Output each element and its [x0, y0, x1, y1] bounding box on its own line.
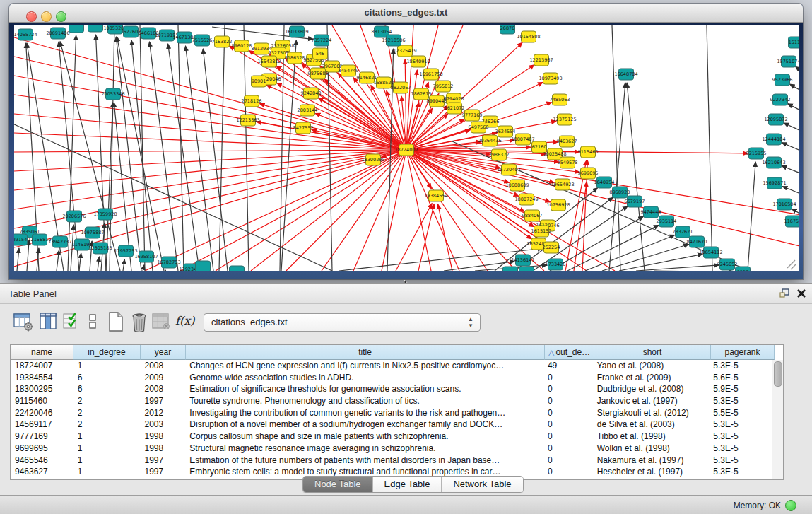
tab-node-table[interactable]: Node Table [303, 477, 372, 492]
network-node[interactable]: 16033809 [285, 26, 308, 37]
table-cell[interactable]: Franke et al. (2009) [593, 372, 710, 384]
network-node[interactable]: 7485063 [550, 94, 570, 105]
network-node[interactable]: 18640910 [406, 56, 430, 67]
network-node[interactable]: 1733426 [546, 259, 566, 270]
network-node[interactable]: 8186328 [285, 52, 305, 64]
table-row[interactable]: 1872400712008Changes of HCN gene express… [11, 360, 772, 372]
network-node[interactable]: 14136141 [511, 255, 534, 266]
network-node[interactable]: 10654112 [699, 247, 722, 258]
row-height-icon[interactable] [88, 311, 98, 335]
table-cell[interactable]: 6 [73, 383, 141, 395]
table-cell[interactable]: Jankovic et al. (1997) [593, 395, 710, 407]
table-cell[interactable]: 5.3E-5 [709, 466, 772, 478]
table-row[interactable]: 1830029562008Estimation of significance … [11, 383, 772, 395]
table-cell[interactable]: 9777169 [11, 431, 73, 443]
network-node[interactable]: 19654923 [551, 179, 574, 190]
network-node[interactable]: 7515526 [192, 35, 213, 46]
show-columns-icon[interactable] [39, 311, 59, 335]
network-node[interactable]: 8958923 [610, 187, 630, 198]
scrollbar-thumb[interactable] [774, 361, 782, 387]
table-cell[interactable]: 5.6E-5 [709, 372, 772, 384]
table-row[interactable]: 969969511998Structural magnetic resonanc… [11, 443, 772, 455]
table-cell[interactable]: 1 [73, 443, 141, 455]
network-node[interactable]: 16648784 [614, 69, 637, 80]
network-node[interactable]: 20206576 [62, 211, 86, 222]
table-cell[interactable]: 0 [543, 419, 593, 431]
table-cell[interactable]: 2 [73, 395, 141, 407]
network-node[interactable]: 9777169 [462, 110, 483, 121]
table-cell[interactable]: 1997 [141, 466, 186, 478]
table-cell[interactable]: 1997 [141, 395, 186, 407]
select-columns-icon[interactable] [62, 311, 81, 335]
network-node[interactable]: 7986372 [489, 149, 510, 160]
table-cell[interactable]: 0 [543, 395, 593, 407]
network-node[interactable] [196, 261, 211, 271]
column-header-out_de[interactable]: △out_de… [545, 345, 594, 360]
table-row[interactable]: 1938455462009Genome-wide association stu… [11, 372, 772, 384]
column-header-short[interactable]: short [594, 345, 711, 360]
tab-edge-table[interactable]: Edge Table [372, 477, 442, 492]
network-node[interactable]: 98901 [252, 76, 266, 87]
network-node[interactable]: 7832621 [673, 226, 693, 238]
network-node[interactable]: 6497568 [469, 122, 489, 133]
table-cell[interactable]: 9699695 [11, 443, 73, 455]
network-node[interactable]: 8960128 [232, 40, 252, 52]
table-cell[interactable]: 19384554 [11, 372, 73, 384]
network-node[interactable]: 2718126 [242, 95, 262, 107]
network-node[interactable]: 12375125 [553, 114, 576, 125]
new-document-icon[interactable] [106, 311, 126, 337]
table-cell[interactable]: Disruption of a novel member of a sodium… [185, 419, 543, 431]
network-node[interactable]: 7163822 [212, 36, 233, 47]
network-node[interactable]: 10756928 [546, 199, 570, 211]
table-cell[interactable]: 0 [543, 443, 593, 455]
table-mode-tabs[interactable]: Node TableEdge TableNetwork Table [302, 476, 524, 493]
table-vertical-scrollbar[interactable] [772, 360, 783, 479]
table-cell[interactable]: 5.3E-5 [709, 360, 772, 372]
network-node[interactable]: 9242848 [301, 88, 322, 99]
table-cell[interactable]: Dudbridge et al. (2008) [593, 383, 710, 395]
table-cell[interactable]: 1997 [141, 455, 186, 467]
table-cell[interactable]: Investigating the contribution of common… [185, 407, 543, 419]
table-cell[interactable]: 6 [73, 372, 141, 384]
table-cell[interactable]: 1 [73, 360, 141, 372]
network-node[interactable]: 2803144 [298, 105, 318, 116]
table-cell[interactable]: Wolkin et al. (1998) [593, 443, 710, 455]
table-cell[interactable]: 5.9E-5 [709, 383, 772, 395]
table-row[interactable]: 977716911998Corpus callosum shape and si… [11, 431, 772, 443]
network-node[interactable]: 20053346 [101, 88, 124, 100]
network-node[interactable]: 546 [313, 48, 328, 59]
node-table[interactable]: namein_degreeyeartitle△out_de…shortpager… [10, 344, 784, 480]
table-row[interactable]: 946554611997Estimation of the future num… [11, 455, 772, 467]
table-cell[interactable]: 1 [73, 431, 141, 443]
network-node[interactable] [88, 25, 103, 32]
float-panel-icon[interactable] [778, 287, 791, 300]
close-panel-icon[interactable] [795, 287, 808, 300]
table-cell[interactable]: Tibbo et al. (1998) [593, 431, 710, 443]
network-node[interactable]: 8454749 [339, 65, 359, 76]
table-cell[interactable]: 1998 [141, 431, 186, 443]
table-cell[interactable]: 9115460 [11, 395, 73, 407]
network-node[interactable]: 17359928 [93, 209, 117, 220]
table-cell[interactable]: 0 [543, 455, 593, 467]
network-node[interactable]: 8822057 [391, 82, 411, 93]
table-row[interactable]: 1456911722003Disruption of a novel membe… [11, 419, 772, 431]
network-node[interactable]: 9245652 [717, 259, 738, 270]
table-header-row[interactable]: namein_degreeyeartitle△out_de…shortpager… [11, 345, 775, 360]
table-cell[interactable]: 0 [543, 383, 593, 395]
tab-network-table[interactable]: Network Table [441, 477, 522, 492]
table-cell[interactable]: 5.3E-5 [709, 431, 772, 443]
network-node[interactable]: 116753 [784, 216, 799, 227]
network-node[interactable]: 26876 [500, 25, 515, 34]
network-node[interactable]: 15751074 [777, 56, 799, 67]
delete-trash-icon[interactable] [129, 311, 149, 337]
network-node[interactable]: 10975887 [81, 227, 104, 238]
network-node[interactable]: 15692871 [763, 177, 786, 189]
table-row[interactable]: 2242004622012Investigating the contribut… [11, 407, 772, 419]
table-cell[interactable]: 9465546 [11, 455, 73, 467]
network-node[interactable]: 9474444 [641, 206, 661, 218]
table-body[interactable]: 1872400712008Changes of HCN gene express… [11, 360, 772, 479]
table-select-dropdown[interactable]: citations_edges.txt ▲▼ [204, 313, 481, 332]
table-cell[interactable]: 0 [543, 372, 593, 384]
table-cell[interactable]: Yano et al. (2008) [593, 360, 710, 372]
table-cell[interactable]: Stergiakouli et al. (2012) [593, 407, 710, 419]
